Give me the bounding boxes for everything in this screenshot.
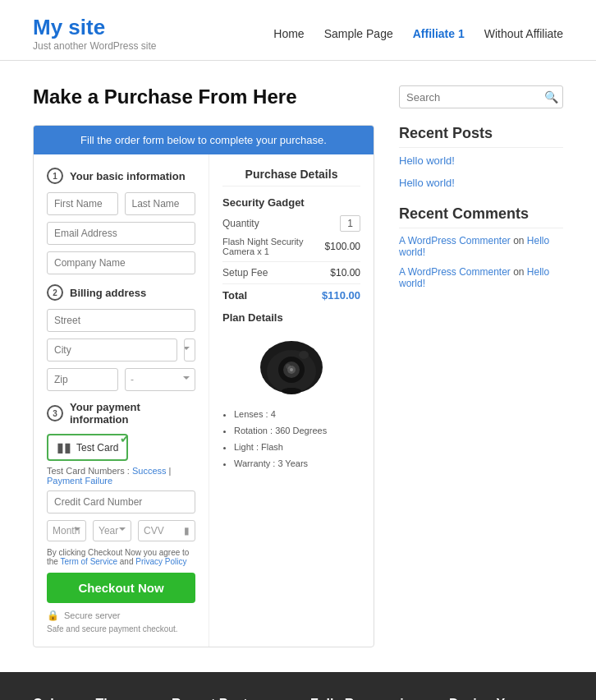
secure-row: 🔒 Secure server bbox=[47, 610, 195, 621]
footer-col-title-2: Fully Responsive bbox=[310, 697, 424, 700]
quantity-label: Quantity bbox=[222, 218, 259, 229]
total-row: Total $110.00 bbox=[222, 289, 360, 302]
svg-point-9 bbox=[286, 364, 291, 369]
spec-warranty: Warranty : 3 Years bbox=[234, 456, 360, 472]
product-specs: Lenses : 4 Rotation : 360 Degrees Light … bbox=[222, 407, 360, 472]
total-label: Total bbox=[222, 289, 247, 302]
email-input[interactable] bbox=[47, 222, 195, 245]
product-name: Security Gadget bbox=[222, 196, 360, 209]
step1-label: Your basic information bbox=[70, 170, 186, 182]
comment-item-0: A WordPress Commenter on Hello world! bbox=[399, 235, 563, 258]
street-row bbox=[47, 309, 195, 332]
page-title: Make a Purchase From Here bbox=[33, 85, 374, 108]
site-info: My site Just another WordPress site bbox=[33, 15, 157, 52]
footer-col-0: Colorway Theme Footer is widgetized. To … bbox=[33, 697, 147, 700]
total-price: $110.00 bbox=[322, 289, 360, 302]
step2-label: Billing address bbox=[70, 287, 146, 299]
post-link-0[interactable]: Hello world! bbox=[399, 154, 563, 167]
post-link-1[interactable]: Hello world! bbox=[399, 177, 563, 189]
form-body: 1 Your basic information bbox=[34, 154, 374, 647]
product-line: Flash Night Security Camera x 1 bbox=[222, 237, 325, 256]
country-select[interactable]: Country bbox=[184, 338, 195, 362]
test-card-numbers-info: Test Card Numbers : Success | Payment Fa… bbox=[47, 466, 195, 486]
form-right: Purchase Details Security Gadget Quantit… bbox=[209, 154, 374, 647]
step3-label: Your payment information bbox=[70, 401, 195, 426]
site-title: My site bbox=[33, 15, 157, 40]
step1-circle: 1 bbox=[47, 168, 63, 184]
name-row bbox=[47, 192, 195, 215]
success-link[interactable]: Success bbox=[132, 466, 167, 476]
test-card-numbers-label: Test Card Numbers : bbox=[47, 466, 130, 476]
lock-icon: 🔒 bbox=[47, 610, 59, 621]
company-row bbox=[47, 251, 195, 274]
footer-main: Colorway Theme Footer is widgetized. To … bbox=[0, 672, 596, 700]
step3-circle: 3 bbox=[47, 405, 63, 421]
recent-comments-title: Recent Comments bbox=[399, 205, 563, 228]
recent-posts-title: Recent Posts bbox=[399, 125, 563, 148]
nav-without-affiliate[interactable]: Without Affiliate bbox=[484, 27, 563, 40]
footer-col-2: Fully Responsive Colorway is a unique re… bbox=[310, 697, 424, 700]
month-select[interactable]: Month bbox=[47, 520, 86, 541]
svg-point-5 bbox=[290, 368, 293, 371]
spec-rotation: Rotation : 360 Degrees bbox=[234, 423, 360, 440]
main-nav: Home Sample Page Affiliate 1 Without Aff… bbox=[273, 27, 563, 40]
purchase-title: Purchase Details bbox=[222, 168, 360, 187]
zip-input[interactable] bbox=[47, 368, 118, 391]
setup-fee-label: Setup Fee bbox=[222, 267, 268, 279]
credit-card-row bbox=[47, 490, 195, 513]
svg-point-8 bbox=[299, 351, 309, 359]
nav-affiliate1[interactable]: Affiliate 1 bbox=[413, 27, 465, 40]
footer-col-title-1: Recent Post bbox=[172, 697, 286, 700]
failure-link[interactable]: Payment Failure bbox=[47, 476, 112, 486]
year-select[interactable]: Year bbox=[93, 520, 131, 541]
comment-on-0: on bbox=[513, 235, 527, 246]
secure-label: Secure server bbox=[64, 610, 120, 620]
last-name-input[interactable] bbox=[125, 192, 196, 215]
header: My site Just another WordPress site Home… bbox=[0, 0, 596, 61]
first-name-input[interactable] bbox=[47, 192, 118, 215]
comment-author-0[interactable]: A WordPress Commenter bbox=[399, 235, 511, 246]
zip-row: - bbox=[47, 368, 195, 391]
spec-light: Light : Flash bbox=[234, 440, 360, 456]
comment-author-1[interactable]: A WordPress Commenter bbox=[399, 266, 511, 278]
comment-on-1: on bbox=[513, 266, 527, 278]
step1-header: 1 Your basic information bbox=[47, 168, 195, 184]
step2-circle: 2 bbox=[47, 284, 63, 301]
month-year-cvv-row: Month Year CVV ▮ bbox=[47, 520, 195, 541]
product-price: $100.00 bbox=[325, 241, 360, 252]
footer-col-title-0: Colorway Theme bbox=[33, 697, 147, 700]
main-content: Make a Purchase From Here Fill the order… bbox=[0, 61, 596, 672]
company-input[interactable] bbox=[47, 251, 195, 274]
credit-card-input[interactable] bbox=[47, 490, 195, 513]
product-line-row: Flash Night Security Camera x 1 $100.00 bbox=[222, 237, 360, 256]
search-icon[interactable]: 🔍 bbox=[544, 90, 558, 104]
privacy-link[interactable]: Privacy Policy bbox=[135, 557, 186, 566]
test-card-label: Test Card bbox=[76, 442, 118, 454]
cvv-input-wrapper: CVV ▮ bbox=[138, 520, 195, 541]
zip2-select[interactable]: - bbox=[125, 368, 195, 391]
quantity-value: 1 bbox=[340, 215, 360, 232]
terms-and: and bbox=[120, 557, 134, 566]
nav-sample[interactable]: Sample Page bbox=[324, 27, 393, 40]
search-box: 🔍 bbox=[399, 85, 563, 108]
setup-fee-price: $10.00 bbox=[330, 267, 360, 279]
purchase-form-card: Fill the order form below to complete yo… bbox=[33, 125, 374, 647]
step3-header: 3 Your payment information bbox=[47, 401, 195, 426]
test-card-button[interactable]: ▮▮ Test Card ✔ bbox=[47, 434, 128, 461]
total-divider bbox=[222, 283, 360, 284]
city-input[interactable] bbox=[47, 338, 177, 362]
cvv-icon: ▮ bbox=[184, 525, 190, 537]
site-tagline: Just another WordPress site bbox=[33, 40, 157, 52]
nav-home[interactable]: Home bbox=[273, 27, 304, 40]
email-row bbox=[47, 222, 195, 245]
checkout-button[interactable]: Checkout Now bbox=[47, 573, 195, 603]
secure-subtext: Safe and secure payment checkout. bbox=[47, 624, 195, 633]
comment-item-1: A WordPress Commenter on Hello world! bbox=[399, 266, 563, 289]
terms-link[interactable]: Term of Service bbox=[61, 557, 117, 566]
footer-col-title-3: Design Your Home bbox=[449, 697, 563, 700]
recent-comments-section: Recent Comments A WordPress Commenter on… bbox=[399, 205, 563, 289]
content-area: Make a Purchase From Here Fill the order… bbox=[33, 85, 374, 647]
spec-lenses: Lenses : 4 bbox=[234, 407, 360, 423]
search-input[interactable] bbox=[406, 91, 544, 104]
street-input[interactable] bbox=[47, 309, 195, 332]
